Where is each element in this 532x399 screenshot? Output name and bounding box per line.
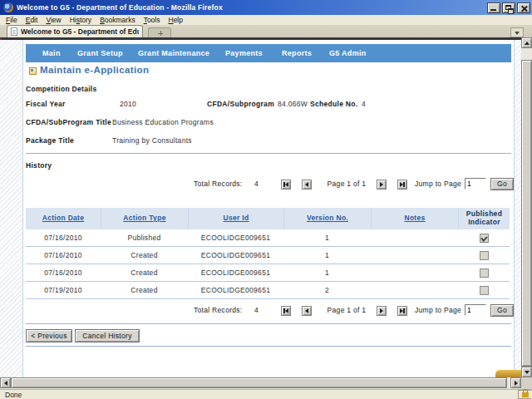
title-bar: Welcome to G5 - Department of Education … (0, 0, 532, 15)
menu-tools[interactable]: Tools (140, 16, 165, 24)
menu-bookmarks[interactable]: Bookmarks (96, 16, 140, 24)
menu-history[interactable]: History (66, 16, 96, 24)
arrow-left-icon (4, 381, 7, 386)
vertical-scroll-thumb[interactable] (521, 60, 532, 367)
table-header-row: Action Date Action Type User Id Version … (26, 208, 510, 229)
page-indicator: Page 1 of 1 (321, 306, 372, 314)
minimize-button[interactable] (487, 2, 500, 13)
menu-help[interactable]: Help (164, 16, 186, 24)
tab-active[interactable]: Welcome to G5 - Department of Edu... (7, 25, 143, 37)
page-indicator: Page 1 of 1 (321, 180, 372, 188)
nav-grant-maintenance[interactable]: Grant Maintenance (138, 44, 209, 62)
scrollbar-corner (521, 377, 532, 389)
vertical-scrollbar[interactable] (521, 37, 532, 377)
minimize-icon (490, 9, 496, 11)
restore-button[interactable] (502, 2, 515, 13)
arrow-up-icon (525, 42, 530, 45)
status-text: Done (5, 391, 518, 399)
fiscal-year-label: Fiscal Year (26, 100, 66, 108)
new-tab-button[interactable] (148, 27, 171, 37)
nav-reports[interactable]: Reports (282, 44, 312, 62)
cell-user-id: ECOOLIDGE009651 (188, 286, 283, 294)
previous-page-button[interactable] (302, 306, 312, 316)
page-viewport: Main Grant Setup Grant Maintenance Payme… (0, 40, 532, 377)
scroll-up-button[interactable] (521, 37, 532, 48)
menu-file[interactable]: File (2, 16, 22, 24)
cell-user-id: ECOOLIDGE009651 (188, 268, 283, 277)
cell-action-type: Created (101, 286, 188, 294)
package-title-label: Package Title (26, 136, 74, 145)
jump-to-page-input[interactable] (465, 304, 486, 316)
col-header-notes[interactable]: Notes (371, 208, 458, 229)
first-page-button[interactable] (281, 180, 291, 190)
col-header-published-indicator: Published Indicator (458, 208, 510, 229)
cell-action-type: Created (101, 251, 188, 259)
cfda-subprogram-label: CFDA/Subprogram (207, 100, 274, 108)
last-page-button[interactable] (397, 306, 407, 316)
divider (26, 153, 511, 154)
scroll-right-button[interactable] (510, 377, 521, 388)
published-checkbox (480, 251, 489, 260)
menu-view[interactable]: View (42, 16, 65, 24)
lock-icon (522, 392, 529, 397)
window-title: Welcome to G5 - Department of Education … (17, 3, 485, 12)
cell-action-type: Created (101, 268, 188, 277)
jump-to-page-label: Jump to Page (415, 306, 461, 314)
cell-user-id: ECOOLIDGE009651 (188, 234, 283, 242)
total-records-label: Total Records: (194, 306, 243, 314)
menu-bar: File Edit View History Bookmarks Tools H… (0, 15, 532, 25)
page-favicon-icon (11, 27, 17, 36)
security-panel (518, 390, 531, 399)
scroll-down-button[interactable] (521, 367, 532, 377)
jump-to-page-label: Jump to Page (415, 180, 461, 188)
col-header-version-no[interactable]: Version No. (283, 208, 371, 229)
horizontal-scroll-thumb[interactable] (11, 377, 507, 388)
next-page-button[interactable] (377, 306, 387, 316)
table-row: 07/16/2010 Created ECOOLIDGE009651 1 (26, 247, 510, 264)
col-header-action-date[interactable]: Action Date (26, 208, 101, 229)
table-row: 07/16/2010 Created ECOOLIDGE009651 1 (26, 264, 510, 282)
previous-button[interactable]: < Previous (26, 329, 72, 342)
nav-g5-admin[interactable]: G5 Admin (329, 44, 367, 62)
published-checkbox (480, 268, 489, 278)
package-title-value: Training by Consultants (112, 136, 192, 145)
arrow-down-icon (525, 371, 530, 374)
schedule-no-label: Schedule No. (310, 100, 357, 108)
cfda-subprogram-value: 84.066W (278, 100, 308, 108)
total-records-value: 4 (254, 180, 259, 188)
next-page-button[interactable] (377, 180, 387, 190)
horizontal-scrollbar[interactable] (0, 377, 521, 389)
jump-to-page-input[interactable] (465, 178, 486, 190)
status-bar: Done (0, 389, 532, 399)
first-page-button[interactable] (281, 306, 291, 316)
previous-page-icon (305, 182, 308, 187)
published-checkbox (480, 234, 489, 243)
arrow-right-icon (515, 381, 518, 386)
list-all-tabs-button[interactable] (510, 27, 524, 37)
table-row: 07/16/2010 Published ECOOLIDGE009651 1 (26, 229, 510, 247)
previous-page-button[interactable] (302, 180, 312, 190)
go-button[interactable]: Go (490, 178, 514, 190)
menu-edit[interactable]: Edit (22, 16, 42, 24)
browser-window: Welcome to G5 - Department of Education … (0, 0, 532, 399)
next-page-icon (380, 308, 383, 313)
fiscal-year-value: 2010 (120, 100, 136, 108)
firefox-icon[interactable] (3, 2, 13, 12)
pagination-top: Total Records: 4 Page 1 of 1 Jump to Pag… (23, 178, 515, 191)
section-competition-details: Competition Details (26, 85, 97, 93)
col-header-user-id[interactable]: User Id (188, 208, 283, 229)
cancel-history-button[interactable]: Cancel History (75, 329, 140, 342)
table-row: 07/19/2010 Created ECOOLIDGE009651 2 (26, 282, 510, 299)
last-page-button[interactable] (397, 180, 407, 190)
cell-version-no: 1 (283, 251, 371, 259)
app-nav-bar: Main Grant Setup Grant Maintenance Payme… (26, 44, 511, 62)
col-header-action-type[interactable]: Action Type (101, 208, 188, 229)
nav-main[interactable]: Main (42, 44, 61, 62)
nav-grant-setup[interactable]: Grant Setup (77, 44, 123, 62)
nav-payments[interactable]: Payments (225, 44, 263, 62)
close-button[interactable] (517, 2, 530, 13)
go-button[interactable]: Go (490, 304, 514, 317)
divider (26, 346, 511, 347)
scroll-left-button[interactable] (0, 377, 11, 388)
cell-version-no: 1 (283, 268, 371, 277)
